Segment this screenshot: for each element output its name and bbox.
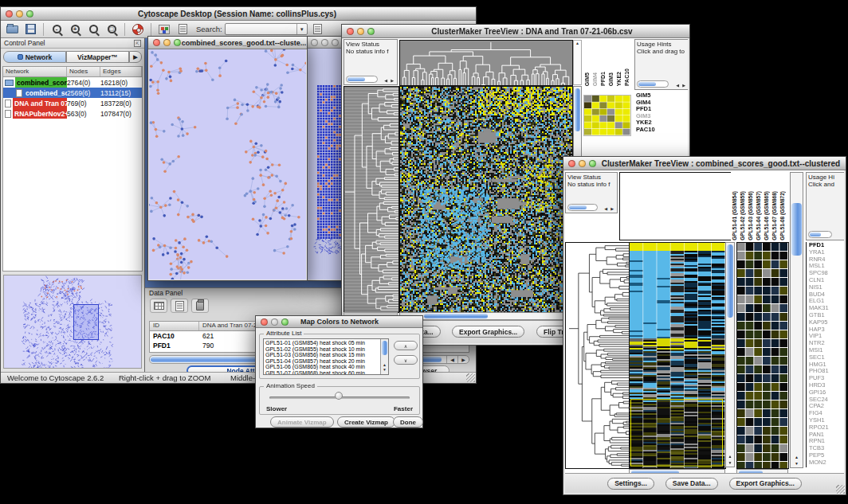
open-session-button[interactable] <box>4 22 20 37</box>
scroll-left-arrow[interactable]: ◀ <box>446 356 457 363</box>
new-attribute-button[interactable] <box>171 299 188 313</box>
row-dendrogram[interactable] <box>344 86 399 313</box>
network-row[interactable]: DNA and Tran 07769(0)183728(0) <box>3 98 142 108</box>
modify-network-button[interactable] <box>156 22 172 37</box>
speed-slider-thumb[interactable] <box>335 392 343 400</box>
network-view-1[interactable] <box>149 49 306 279</box>
zoom-in-button[interactable]: + <box>67 22 83 37</box>
tv2-right-vscrollbar[interactable]: ▲ ▼ <box>790 172 803 468</box>
attribute-listbox[interactable]: GPL51-01 (GSM854) heat shock 05 minGPL51… <box>263 338 389 375</box>
move-down-button[interactable]: ∨ <box>394 355 418 365</box>
minimize-button[interactable] <box>16 10 23 18</box>
column-label[interactable]: YKE2 <box>615 72 623 86</box>
minimize-button[interactable] <box>163 39 171 46</box>
scroll-left-arrow[interactable]: ◀ <box>384 78 387 83</box>
usage-hints-scrollbar[interactable] <box>808 231 832 238</box>
move-up-button[interactable]: ∧ <box>394 341 418 350</box>
scroll-down-arrow[interactable]: ▼ <box>381 367 388 373</box>
import-attributes-button[interactable] <box>310 22 326 37</box>
save-session-button[interactable] <box>22 22 38 37</box>
scroll-down-arrow[interactable]: ▼ <box>791 461 803 466</box>
column-label[interactable]: PFD1 <box>599 72 607 86</box>
network-row[interactable]: combined_sco2569(6)13112(15) <box>3 88 142 98</box>
attribute-item[interactable]: GPL51-06 (GSM865) heat shock 40 min <box>265 364 379 370</box>
zoom-button[interactable] <box>367 28 375 35</box>
close-button[interactable] <box>261 318 268 326</box>
zoom-button[interactable] <box>174 39 181 46</box>
network-row[interactable]: RNAPuberNov2+|563(0)107847(0) <box>3 108 142 119</box>
view-status-scrollbar[interactable] <box>567 204 598 211</box>
attribute-item[interactable]: GPL51-02 (GSM855) heat shock 10 min <box>265 346 379 353</box>
scroll-right-arrow[interactable]: ▶ <box>457 356 469 363</box>
export-graphics-button[interactable]: Export Graphics... <box>452 326 524 338</box>
search-input[interactable]: ▼ <box>225 23 308 35</box>
tab-vizmapper[interactable]: VizMapper™ <box>66 51 129 63</box>
attribute-item[interactable]: GPL51-04 (GSM857) heat shock 20 min <box>265 358 379 365</box>
create-vizmap-button[interactable]: Create Vizmap <box>337 416 395 428</box>
zoom-button[interactable] <box>26 10 33 18</box>
animate-vizmap-button[interactable]: Animate Vizmap <box>270 416 334 428</box>
dialog-titlebar[interactable]: Map Colors to Network <box>256 316 422 328</box>
column-label[interactable]: GPL51-03 (GSM856) <box>747 191 755 240</box>
network-row[interactable]: combined_scores2764(0)16218(0) <box>3 77 142 88</box>
scroll-right-arrow[interactable]: ▶ <box>682 83 685 88</box>
resize-grip[interactable] <box>836 485 845 494</box>
column-label[interactable]: GIM3 <box>607 72 615 86</box>
column-label[interactable]: GIM4 <box>591 72 599 86</box>
zoom-out-button[interactable]: - <box>49 22 65 37</box>
tv2-vscrollbar[interactable]: ▲ ▼ <box>725 242 735 467</box>
attribute-item[interactable]: GPL51-07 (GSM868) heat shock 60 min <box>265 370 379 375</box>
main-titlebar[interactable]: Cytoscape Desktop (Session Name: collins… <box>1 7 476 21</box>
network-name[interactable]: RNAPuberNov2+| <box>13 108 67 119</box>
delete-attribute-button[interactable] <box>191 299 209 313</box>
col-nodes[interactable]: Nodes <box>67 67 100 76</box>
export-graphics-button[interactable]: Export Graphics... <box>729 478 802 490</box>
minimize-button[interactable] <box>271 318 278 326</box>
combo-arrow-icon[interactable]: ▼ <box>296 24 307 34</box>
row-label[interactable]: PAC10 <box>636 127 655 134</box>
close-button[interactable] <box>568 160 575 167</box>
close-button[interactable] <box>347 28 354 35</box>
close-button[interactable] <box>6 10 13 18</box>
row-dendrogram[interactable] <box>565 242 630 469</box>
scroll-up-arrow[interactable]: ▲ <box>791 455 803 459</box>
minimize-button[interactable] <box>579 160 586 167</box>
view-status-scrollbar[interactable] <box>346 76 378 83</box>
usage-hints-scrollbar[interactable] <box>637 80 669 88</box>
float-panel-icon[interactable]: ⇱ <box>134 40 141 47</box>
col-id[interactable]: ID <box>150 322 199 330</box>
scroll-left-arrow[interactable]: ◀ <box>676 83 679 88</box>
scroll-left-arrow[interactable]: ◀ <box>604 206 607 211</box>
save-data-button[interactable]: Save Data... <box>665 478 718 490</box>
col-edges[interactable]: Edges <box>100 67 142 76</box>
scrollbar-thumb[interactable] <box>382 341 387 355</box>
network-name[interactable]: DNA and Tran 07 <box>13 98 67 108</box>
settings-button[interactable]: Settings... <box>607 478 654 490</box>
scroll-right-arrow[interactable]: ▶ <box>391 78 394 83</box>
tv2-titlebar[interactable]: ClusterMaker TreeView : combined_scores_… <box>563 157 846 170</box>
zoom-button[interactable] <box>281 318 289 326</box>
attribute-item[interactable]: GPL51-03 (GSM856) heat shock 15 min <box>265 352 379 358</box>
column-label[interactable]: GPL51-07 (GSM868) <box>771 191 779 240</box>
column-label[interactable]: GIM5 <box>583 72 591 86</box>
zoomed-heatmap[interactable] <box>736 242 789 469</box>
column-label[interactable]: GPL51-01 (GSM854) <box>731 191 739 240</box>
more-tabs-button[interactable]: ▶ <box>129 51 142 63</box>
scroll-up-arrow[interactable]: ▲ <box>726 454 734 459</box>
zoom-selected-button[interactable] <box>85 22 101 37</box>
close-button[interactable] <box>311 39 318 46</box>
network-name[interactable]: combined_sco <box>24 88 67 98</box>
zoom-button[interactable] <box>589 160 596 167</box>
tab-network[interactable]: Network <box>3 51 66 63</box>
annotation-button[interactable] <box>175 22 190 37</box>
help-button[interactable] <box>130 22 146 37</box>
tv1-hscrollbar[interactable] <box>399 312 573 320</box>
expression-heatmap[interactable] <box>399 86 573 313</box>
col-network[interactable]: Network <box>3 67 67 76</box>
close-button[interactable] <box>153 39 160 46</box>
zoom-button[interactable] <box>332 39 339 46</box>
listbox-vscrollbar[interactable]: ▲ ▼ <box>380 339 388 374</box>
scroll-down-arrow[interactable]: ▼ <box>726 460 734 465</box>
column-label[interactable]: GPL51-02 (GSM855) <box>739 191 747 240</box>
column-label[interactable]: GPL51-08 (GSM872) <box>779 191 787 240</box>
